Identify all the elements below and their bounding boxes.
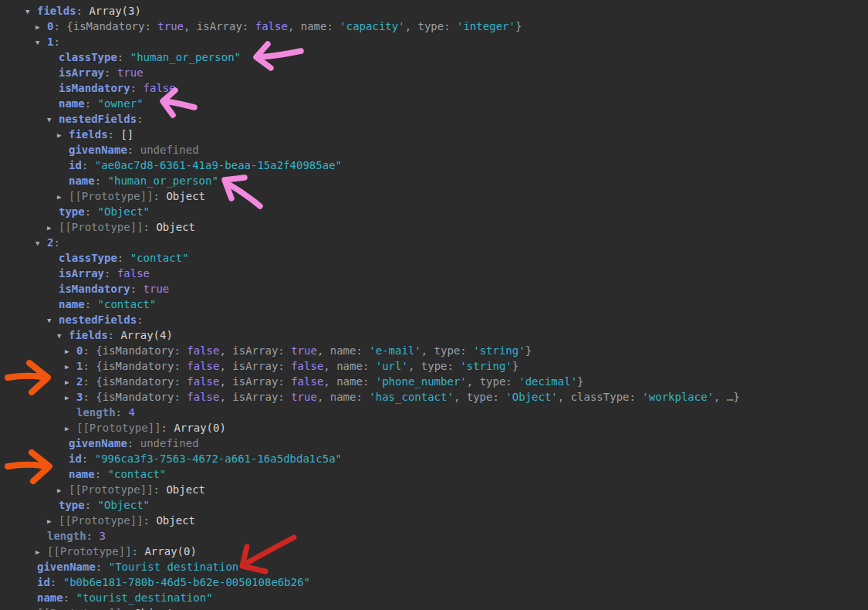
string-value: "Tourist destination" [109,561,245,573]
tree-row: id: "ae0ac7d8-6361-41a9-beaa-15a2f40985a… [0,158,868,173]
punctuation: : [104,66,117,79]
internal-property-key: undefined [140,437,199,449]
tree-row[interactable]: ▼nestedFields: [0,312,868,327]
punctuation: : [95,175,108,187]
primitive-value: true [291,344,317,357]
string-value: "tourist_destination" [76,591,213,604]
tree-row: length: 3 [0,528,868,544]
punctuation: : [154,190,167,202]
punctuation: , name: [288,20,339,32]
punctuation: : [95,468,108,480]
tree-row[interactable]: ▶[[Prototype]]: Object [0,482,868,497]
expand-triangle-icon[interactable]: ▶ [65,359,76,374]
punctuation: , …} [714,391,740,403]
punctuation: : [63,591,76,604]
expand-triangle-icon[interactable]: ▶ [65,421,76,436]
object-value: Object [166,483,205,496]
collapse-triangle-icon[interactable]: ▼ [25,4,37,19]
primitive-value: false [187,375,219,388]
property-key: givenName [37,561,96,573]
punctuation: : {isMandatory: [83,375,187,388]
expand-triangle-icon[interactable]: ▶ [47,513,59,529]
collapse-triangle-icon[interactable]: ▼ [35,236,47,251]
primitive-value: false [187,391,219,403]
tree-row: isArray: true [0,65,868,80]
collapse-triangle-icon[interactable]: ▼ [35,35,47,50]
expand-triangle-icon[interactable]: ▶ [47,220,59,236]
tree-row[interactable]: ▶[[Prototype]]: Object [0,513,868,528]
punctuation: , isArray: [219,375,291,388]
punctuation: , name: [317,344,369,357]
punctuation: , isArray: [184,20,255,32]
length-key: length [47,530,86,542]
property-key: id [37,576,50,588]
expand-triangle-icon[interactable]: ▶ [57,127,69,143]
expand-triangle-icon[interactable]: ▶ [65,344,76,359]
string-value: "Object" [98,205,150,218]
string-value: 'url' [376,360,408,372]
expand-triangle-icon[interactable]: ▶ [25,606,37,610]
expand-triangle-icon[interactable]: ▶ [65,390,76,405]
punctuation: : [86,530,100,542]
primitive-value: false [187,344,219,357]
punctuation: : [122,607,135,610]
string-value: 'has_contact' [369,391,454,403]
primitive-value: false [187,360,219,372]
string-value: 'decimal' [518,375,577,388]
tree-row: type: "Object" [0,497,868,513]
punctuation: : [108,128,121,141]
string-value: 'Object' [505,391,557,403]
collapse-triangle-icon[interactable]: ▼ [57,328,69,344]
tree-row[interactable]: ▶[[Prototype]]: Array(0) [0,420,868,435]
tree-row[interactable]: ▶[[Prototype]]: Object [0,188,868,204]
punctuation: : [127,144,140,156]
string-value: 'workplace' [642,391,714,403]
tree-row[interactable]: ▼fields: Array(4) [0,327,868,343]
tree-row[interactable]: ▶[[Prototype]]: Object [0,219,868,235]
punctuation: , name: [323,375,375,388]
tree-row[interactable]: ▶[[Prototype]]: Object [0,605,868,610]
punctuation: : [137,313,143,326]
punctuation: , type: [467,375,518,388]
tree-row: isArray: false [0,266,868,281]
punctuation: : {isMandatory: [83,344,187,357]
tree-row[interactable]: ▶3: {isMandatory: false, isArray: true, … [0,389,868,405]
expand-triangle-icon[interactable]: ▶ [65,374,76,390]
tree-row[interactable]: ▶2: {isMandatory: false, isArray: false,… [0,374,868,389]
tree-row: isMandatory: true [0,281,868,297]
string-value: 'integer' [457,20,515,32]
object-value: Array(0) [174,422,225,434]
punctuation: : [144,221,157,233]
tree-row: name: "owner" [0,96,868,111]
expand-triangle-icon[interactable]: ▶ [35,19,47,35]
tree-row[interactable]: ▶0: {isMandatory: true, isArray: false, … [0,19,868,34]
tree-row: classType: "contact" [0,250,868,266]
tree-row[interactable]: ▼2: [0,235,868,250]
property-key: isMandatory [59,82,130,94]
tree-row[interactable]: ▶0: {isMandatory: false, isArray: true, … [0,343,868,358]
tree-row[interactable]: ▼nestedFields: [0,111,868,127]
internal-property-key: [[Prototype]] [69,483,154,496]
punctuation: : [117,51,130,63]
string-value: "contact" [108,468,167,480]
tree-row[interactable]: ▼fields: Array(3) [0,3,868,19]
property-key: givenName [69,437,127,449]
punctuation: : [85,97,98,110]
tree-row: isMandatory: false [0,80,868,96]
tree-row[interactable]: ▶[[Prototype]]: Array(0) [0,544,868,559]
expand-triangle-icon[interactable]: ▶ [35,544,47,560]
tree-row[interactable]: ▶fields: [] [0,127,868,142]
punctuation: : [154,483,167,496]
collapse-triangle-icon[interactable]: ▼ [47,112,59,127]
primitive-value: false [291,375,323,388]
tree-row[interactable]: ▼1: [0,34,868,49]
property-key: isArray [59,66,104,79]
tree-row[interactable]: ▶1: {isMandatory: false, isArray: false,… [0,358,868,374]
collapse-triangle-icon[interactable]: ▼ [47,313,59,328]
expand-triangle-icon[interactable]: ▶ [57,483,69,498]
punctuation: : [144,514,157,527]
property-key: name [69,175,95,187]
primitive-value: 3 [99,530,105,542]
string-value: "human_or_person" [130,51,241,63]
expand-triangle-icon[interactable]: ▶ [57,189,69,205]
